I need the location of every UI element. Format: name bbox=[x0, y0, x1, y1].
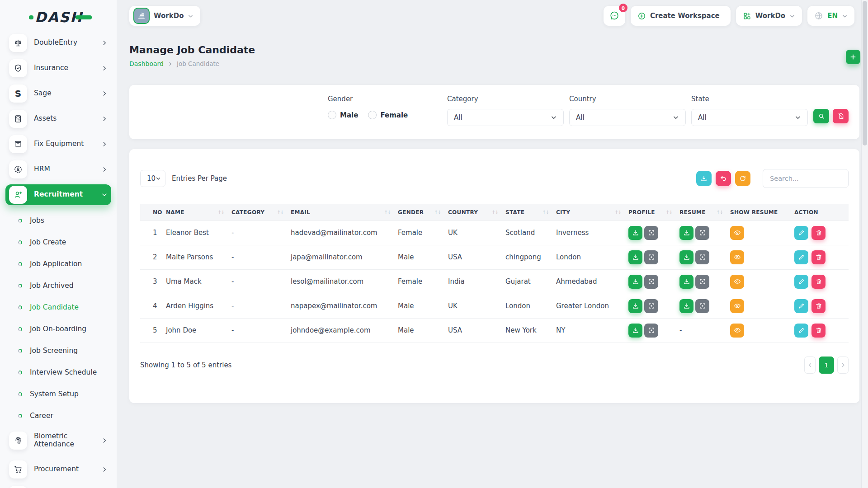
sidebar-subitem-job-create[interactable]: Job Create bbox=[0, 231, 117, 253]
sidebar-item-procurement[interactable]: Procurement bbox=[5, 459, 111, 480]
messages-button[interactable]: 0 bbox=[604, 6, 625, 26]
create-workspace-button[interactable]: Create Workspace bbox=[631, 6, 731, 26]
sidebar-item-doubleentry[interactable]: DoubleEntry bbox=[5, 33, 111, 53]
edit-button[interactable] bbox=[794, 299, 808, 313]
show-resume-button[interactable] bbox=[730, 275, 744, 289]
header-name[interactable]: NAME↑↓ bbox=[166, 204, 231, 221]
header-country[interactable]: COUNTRY↑↓ bbox=[448, 204, 505, 221]
edit-button[interactable] bbox=[794, 226, 808, 240]
resume-preview-button[interactable] bbox=[695, 226, 709, 240]
previous-page-button[interactable] bbox=[804, 357, 816, 374]
edit-button[interactable] bbox=[794, 250, 808, 264]
workspace-selector[interactable]: WorkDo bbox=[129, 6, 200, 26]
profile-preview-button[interactable] bbox=[644, 275, 658, 289]
sidebar-subitem-interview-schedule[interactable]: Interview Schedule bbox=[0, 361, 117, 383]
profile-preview-button[interactable] bbox=[644, 250, 658, 264]
header-show-resume[interactable]: SHOW RESUME bbox=[730, 204, 794, 221]
profile-preview-button[interactable] bbox=[644, 299, 658, 313]
show-resume-button[interactable] bbox=[730, 324, 744, 338]
search-input[interactable] bbox=[763, 169, 849, 188]
page-1-button[interactable]: 1 bbox=[819, 357, 834, 374]
export-button[interactable] bbox=[696, 171, 712, 186]
sort-icon[interactable]: ↑↓ bbox=[716, 210, 723, 215]
entries-per-page-select[interactable]: 10 bbox=[140, 170, 165, 187]
gender-male-radio[interactable]: Male bbox=[328, 111, 358, 119]
delete-button[interactable] bbox=[811, 299, 826, 313]
profile-preview-button[interactable] bbox=[644, 324, 658, 338]
edit-button[interactable] bbox=[794, 275, 808, 289]
header-email[interactable]: EMAIL↑↓ bbox=[291, 204, 398, 221]
sidebar-item-hrm[interactable]: HRM bbox=[5, 159, 111, 180]
sidebar-item-biometric-attendance[interactable]: Biometric Attendance bbox=[5, 427, 111, 455]
delete-button[interactable] bbox=[811, 226, 826, 240]
sidebar-item-insurance[interactable]: Insurance bbox=[5, 58, 111, 79]
category-select[interactable]: All bbox=[447, 109, 564, 126]
profile-download-button[interactable] bbox=[628, 299, 642, 313]
sort-icon[interactable]: ↑↓ bbox=[434, 210, 441, 215]
undo-button[interactable] bbox=[716, 171, 731, 186]
header-category[interactable]: CATEGORY↑↓ bbox=[231, 204, 291, 221]
sort-icon[interactable]: ↑↓ bbox=[491, 210, 498, 215]
profile-download-button[interactable] bbox=[628, 324, 642, 338]
edit-button[interactable] bbox=[794, 324, 808, 338]
delete-button[interactable] bbox=[811, 250, 826, 264]
resume-download-button[interactable] bbox=[679, 226, 693, 240]
resume-download-button[interactable] bbox=[679, 299, 693, 313]
show-resume-button[interactable] bbox=[730, 250, 744, 264]
sort-icon[interactable]: ↑↓ bbox=[217, 210, 224, 215]
sidebar-item-partial[interactable] bbox=[5, 484, 111, 488]
dash-logo[interactable]: DASH bbox=[29, 9, 92, 25]
delete-button[interactable] bbox=[811, 275, 826, 289]
breadcrumb-dashboard-link[interactable]: Dashboard bbox=[129, 60, 164, 67]
sidebar-item-assets[interactable]: Assets bbox=[5, 108, 111, 129]
resume-preview-button[interactable] bbox=[695, 250, 709, 264]
profile-preview-button[interactable] bbox=[644, 226, 658, 240]
profile-download-button[interactable] bbox=[628, 226, 642, 240]
sidebar-subitem-jobs[interactable]: Jobs bbox=[0, 210, 117, 231]
page-scrollbar[interactable] bbox=[861, 0, 868, 488]
refresh-button[interactable] bbox=[735, 171, 750, 186]
add-candidate-button[interactable] bbox=[846, 50, 860, 64]
sort-icon[interactable]: ↑↓ bbox=[614, 210, 621, 215]
sidebar-subitem-job-candidate[interactable]: Job Candidate bbox=[0, 296, 117, 318]
sort-icon[interactable]: ↑↓ bbox=[665, 210, 672, 215]
sort-icon[interactable]: ↑↓ bbox=[277, 210, 283, 215]
sidebar-subitem-system-setup[interactable]: System Setup bbox=[0, 383, 117, 405]
state-select[interactable]: All bbox=[691, 109, 808, 126]
next-page-button[interactable] bbox=[837, 357, 849, 374]
reset-filter-button[interactable] bbox=[833, 109, 849, 123]
sidebar-item-sage[interactable]: S Sage bbox=[5, 83, 111, 104]
sidebar-subitem-job-screening[interactable]: Job Screening bbox=[0, 340, 117, 361]
profile-download-button[interactable] bbox=[628, 250, 642, 264]
header-state[interactable]: STATE↑↓ bbox=[505, 204, 556, 221]
app-menu-button[interactable]: WorkDo bbox=[736, 6, 802, 26]
profile-download-button[interactable] bbox=[628, 275, 642, 289]
gender-female-radio[interactable]: Female bbox=[368, 111, 408, 119]
sort-icon[interactable]: ↑↓ bbox=[542, 210, 549, 215]
header-profile[interactable]: PROFILE↑↓ bbox=[628, 204, 679, 221]
show-resume-button[interactable] bbox=[730, 299, 744, 313]
resume-preview-button[interactable] bbox=[695, 275, 709, 289]
sidebar-subitem-job-application[interactable]: Job Application bbox=[0, 253, 117, 275]
sidebar-subitem-job-on-boarding[interactable]: Job On-boarding bbox=[0, 318, 117, 340]
language-selector[interactable]: EN bbox=[807, 6, 854, 26]
sidebar-subitem-job-archived[interactable]: Job Archived bbox=[0, 275, 117, 296]
header-city[interactable]: CITY↑↓ bbox=[556, 204, 628, 221]
delete-button[interactable] bbox=[811, 324, 826, 338]
header-gender[interactable]: GENDER↑↓ bbox=[398, 204, 448, 221]
header-resume[interactable]: RESUME↑↓ bbox=[679, 204, 730, 221]
gender-label: Gender bbox=[328, 95, 442, 103]
resume-preview-button[interactable] bbox=[695, 299, 709, 313]
resume-download-button[interactable] bbox=[679, 275, 693, 289]
sidebar-item-recruitment[interactable]: Recruitment bbox=[5, 184, 111, 205]
scrollbar-thumb[interactable] bbox=[863, 1, 867, 145]
show-resume-button[interactable] bbox=[730, 226, 744, 240]
sidebar-subitem-career[interactable]: Career bbox=[0, 405, 117, 427]
resume-download-button[interactable] bbox=[679, 250, 693, 264]
country-select[interactable]: All bbox=[569, 109, 686, 126]
header-no[interactable]: NO bbox=[140, 204, 166, 221]
circle-dot-icon bbox=[18, 305, 23, 310]
apply-filter-button[interactable] bbox=[813, 109, 829, 123]
sidebar-item-fix-equipment[interactable]: Fix Equipment bbox=[5, 134, 111, 155]
sort-icon[interactable]: ↑↓ bbox=[384, 210, 391, 215]
